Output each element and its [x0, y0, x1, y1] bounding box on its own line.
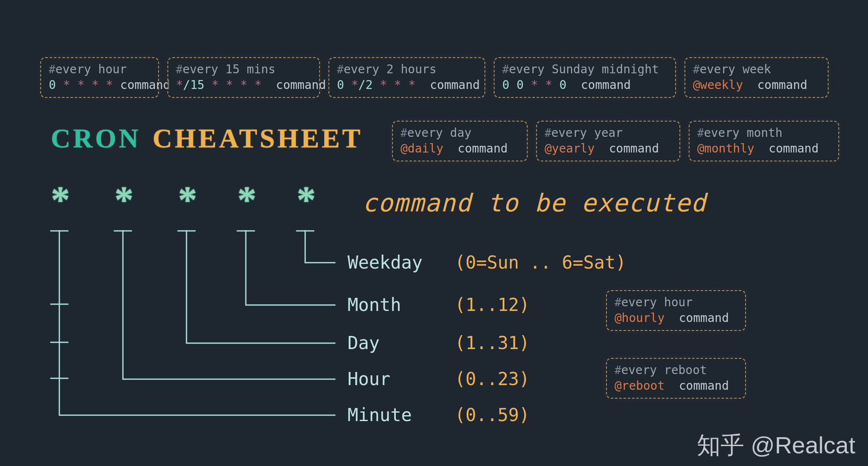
field-weekday: Weekday (0=Sun .. 6=Sat)	[348, 252, 626, 273]
field-day: Day (1..31)	[348, 333, 530, 353]
connector-lines	[0, 0, 868, 466]
watermark: 知乎 @Realcat	[697, 430, 855, 462]
field-month: Month (1..12)	[348, 294, 530, 315]
field-minute: Minute (0..59)	[348, 405, 530, 425]
field-hour: Hour (0..23)	[348, 369, 530, 389]
